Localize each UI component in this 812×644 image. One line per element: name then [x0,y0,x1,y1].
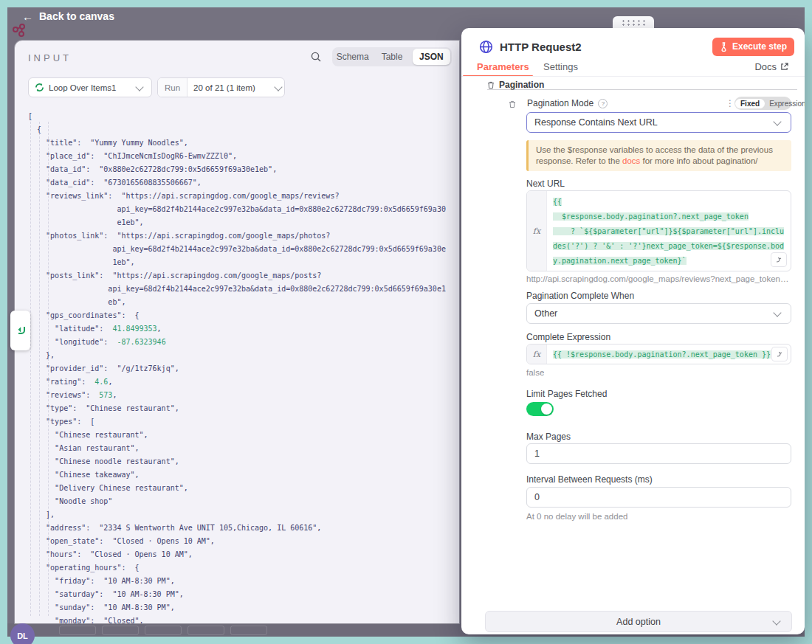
ghost-button [187,626,224,635]
fx-badge: fx [527,344,547,364]
node-tabs: Parameters Settings Docs [461,59,805,77]
expand-arrow-icon [15,325,27,336]
trash-icon[interactable] [487,81,495,89]
display-mode-tabs: Schema Table JSON [332,47,452,66]
tab-json[interactable]: JSON [413,49,450,65]
execute-step-button[interactable]: Execute step [712,38,794,56]
tab-schema[interactable]: Schema [334,49,371,65]
pagination-notice: Use the $response variables to access th… [526,140,791,171]
options-menu-icon[interactable]: ⋮ [726,98,734,108]
interval-hint: At 0 no delay will be added [526,512,627,521]
interval-label: Interval Between Requests (ms) [526,474,653,485]
run-selector[interactable]: Run 20 of 21 (1 item) [157,77,285,97]
tab-table[interactable]: Table [373,49,410,65]
back-arrow-icon: ← [22,11,33,22]
run-label: Run [158,78,187,97]
input-node-selector[interactable]: Loop Over Items1 [28,77,152,97]
chevron-down-icon [772,617,780,625]
input-panel-title: INPUT [28,52,72,63]
next-url-code[interactable]: {{ $response.body.pagination?.next_page_… [547,191,791,271]
chevron-down-icon [274,83,282,91]
interval-input[interactable] [526,487,791,508]
search-icon[interactable] [310,51,322,63]
complete-expression-editor[interactable]: fx {{ !$response.body.pagination?.next_p… [526,344,791,364]
loop-node-icon [35,83,44,92]
docs-inline-link[interactable]: docs [622,156,640,165]
back-to-canvas-button[interactable]: ← Back to canvas [22,10,114,22]
globe-icon [479,40,493,54]
max-pages-input[interactable] [526,443,791,464]
pagination-mode-value: Response Contains Next URL [534,117,774,128]
next-url-expression-editor[interactable]: fx {{ $response.body.pagination?.next_pa… [526,190,791,271]
fx-badge: fx [527,191,547,271]
chevron-down-icon [773,308,781,316]
tab-settings[interactable]: Settings [543,61,578,72]
toggle-fixed[interactable]: Fixed [735,99,765,108]
docs-label: Docs [754,61,777,72]
add-option-button[interactable]: Add option [485,611,792,632]
tab-parameters[interactable]: Parameters [477,61,529,72]
toggle-knob [541,404,552,415]
input-json-content: [ { "title": "Yummy Yummy Noodles", "pla… [28,110,459,623]
add-option-label: Add option [616,617,661,627]
run-value: 20 of 21 (1 item) [187,83,275,92]
complete-expression-label: Complete Expression [526,332,610,342]
toggle-expression[interactable]: Expression [765,99,805,108]
back-to-canvas-label: Back to canvas [39,10,114,22]
pagination-complete-value: Other [534,308,774,319]
docs-link[interactable]: Docs [754,61,788,72]
ghost-button [230,626,267,635]
execute-step-label: Execute step [732,41,787,52]
node-settings-panel: HTTP Request2 Execute step Parameters Se… [461,28,805,634]
pagination-mode-select[interactable]: Response Contains Next URL [526,112,791,133]
expand-input-handle[interactable] [10,311,30,350]
flask-icon [720,42,728,52]
ghost-button [59,626,96,635]
chevron-down-icon [773,117,781,125]
input-panel: INPUT Schema Table JSON Loop Over Items1… [15,41,459,623]
trash-icon[interactable] [509,100,516,108]
complete-expression-result: false [526,368,544,377]
max-pages-label: Max Pages [526,432,571,442]
section-divider [487,89,797,90]
pagination-mode-label: Pagination Mode ? [527,98,608,108]
ghost-button [145,626,182,635]
pagination-complete-label: Pagination Complete When [526,291,634,301]
chevron-down-icon [135,83,143,91]
parameters-body: Pagination Pagination Mode ? ⋮ Fixed Exp… [461,77,805,634]
limit-pages-toggle[interactable] [526,402,554,416]
pagination-complete-select[interactable]: Other [526,303,791,324]
next-url-preview: http://api.scrapingdog.com/google_maps/r… [526,274,791,283]
external-link-icon [780,63,788,71]
screen: ← Back to canvas INPUT Schema Table JSON… [0,0,812,644]
panel-drag-handle[interactable] [613,16,654,29]
open-expression-editor-icon[interactable] [771,347,788,361]
node-title: HTTP Request2 [500,41,706,53]
complete-expression-code[interactable]: {{ !$response.body.pagination?.next_page… [547,344,771,364]
limit-pages-label: Limit Pages Fetched [526,389,607,399]
json-view: [ { "title": "Yummy Yummy Noodles", "pla… [15,105,459,623]
next-url-label: Next URL [526,179,565,189]
avatar[interactable]: DL [10,623,35,644]
drag-dots-icon [621,19,646,26]
fixed-expression-toggle[interactable]: Fixed Expression [734,97,791,110]
open-expression-editor-icon[interactable] [771,252,787,267]
ghost-button [102,626,139,635]
help-icon[interactable]: ? [598,99,608,108]
input-node-name: Loop Over Items1 [49,83,132,92]
section-title: Pagination [499,80,544,90]
